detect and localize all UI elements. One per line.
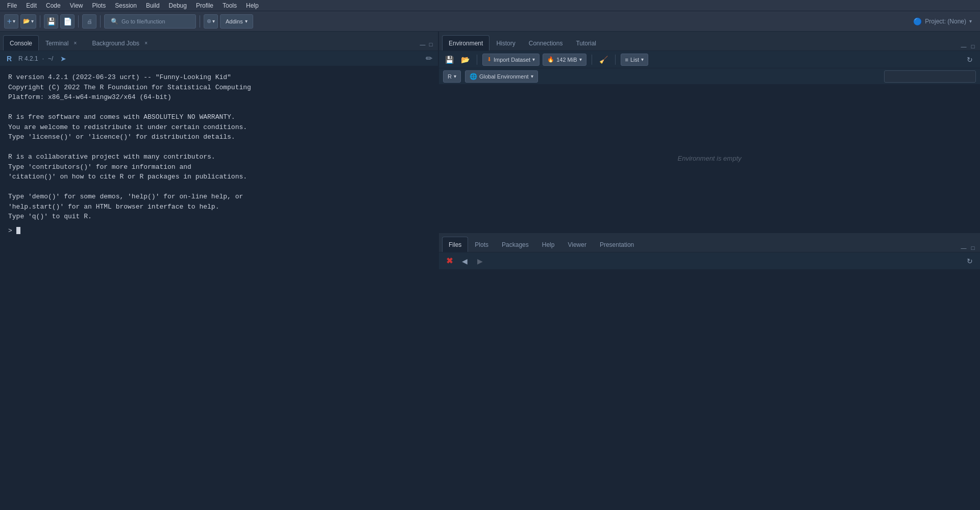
save-button[interactable]: 💾 bbox=[44, 14, 58, 29]
save-icon: 💾 bbox=[47, 17, 56, 26]
source-icon: ⊕ bbox=[207, 18, 211, 24]
menu-file[interactable]: File bbox=[3, 1, 21, 10]
main-layout: Console Terminal × Background Jobs × — □… bbox=[0, 32, 980, 510]
tab-history[interactable]: History bbox=[489, 35, 522, 50]
env-scope-bar: R ▾ 🌐 Global Environment ▾ bbox=[439, 68, 980, 85]
left-panel: Console Terminal × Background Jobs × — □… bbox=[0, 32, 439, 510]
files-forward-button[interactable]: ▶ bbox=[474, 255, 486, 267]
tab-viewer[interactable]: Viewer bbox=[561, 237, 593, 252]
tab-terminal[interactable]: Terminal × bbox=[39, 35, 85, 50]
tab-connections[interactable]: Connections bbox=[522, 35, 570, 50]
right-bottom-minimize[interactable]: — bbox=[960, 244, 968, 252]
menu-profile[interactable]: Profile bbox=[192, 1, 217, 10]
console-clear-button[interactable]: ✏ bbox=[424, 54, 434, 64]
memory-value: 142 MiB bbox=[556, 57, 577, 63]
left-panel-minimize[interactable]: — bbox=[419, 40, 427, 48]
menu-view[interactable]: View bbox=[66, 1, 87, 10]
tab-packages-label: Packages bbox=[502, 241, 529, 248]
r-language-dropdown[interactable]: R ▾ bbox=[443, 70, 461, 83]
tab-terminal-label: Terminal bbox=[45, 40, 68, 47]
goto-label: Go to file/function bbox=[121, 18, 165, 24]
r-version: R 4.2.1 bbox=[18, 55, 38, 62]
env-broom-button[interactable]: 🧹 bbox=[597, 54, 610, 66]
menubar: File Edit Code View Plots Session Build … bbox=[0, 0, 980, 11]
tab-environment-label: Environment bbox=[449, 40, 483, 47]
env-open-button[interactable]: 📂 bbox=[459, 54, 472, 66]
r-lang-dropdown-icon: ▾ bbox=[454, 73, 456, 79]
menu-plots[interactable]: Plots bbox=[88, 1, 110, 10]
menu-debug[interactable]: Debug bbox=[165, 1, 191, 10]
tab-plots[interactable]: Plots bbox=[468, 237, 495, 252]
tab-presentation-label: Presentation bbox=[600, 241, 634, 248]
console-nav-icon[interactable]: ➤ bbox=[57, 53, 69, 65]
env-refresh-button[interactable]: ↻ bbox=[964, 54, 976, 66]
memory-usage: 🔥 142 MiB ▾ bbox=[543, 54, 586, 66]
tab-presentation[interactable]: Presentation bbox=[593, 237, 641, 252]
tab-console[interactable]: Console bbox=[3, 35, 39, 50]
tab-tutorial[interactable]: Tutorial bbox=[569, 35, 603, 50]
env-save-button[interactable]: 💾 bbox=[443, 54, 456, 66]
addins-button[interactable]: Addins ▾ bbox=[220, 14, 253, 29]
save-all-button[interactable]: 📄 bbox=[60, 14, 75, 29]
env-empty-message: Environment is empty bbox=[439, 85, 980, 232]
tab-environment[interactable]: Environment bbox=[442, 35, 489, 50]
global-env-dropdown-icon: ▾ bbox=[531, 73, 533, 79]
project-name: Project: (None) bbox=[925, 18, 966, 25]
project-dropdown-icon: ▾ bbox=[969, 18, 972, 24]
menu-edit[interactable]: Edit bbox=[22, 1, 41, 10]
console-output[interactable]: R version 4.2.1 (2022-06-23 ucrt) -- "Fu… bbox=[0, 66, 438, 510]
tab-terminal-close[interactable]: × bbox=[71, 40, 79, 47]
right-panel: Environment History Connections Tutorial… bbox=[439, 32, 980, 510]
menu-session[interactable]: Session bbox=[111, 1, 141, 10]
print-button[interactable]: 🖨 bbox=[82, 14, 96, 29]
right-top-controls: — □ bbox=[960, 42, 977, 50]
console-startup-text: R version 4.2.1 (2022-06-23 ucrt) -- "Fu… bbox=[8, 72, 430, 222]
tab-background-jobs-close[interactable]: × bbox=[142, 40, 150, 47]
toolbar-sep-3 bbox=[100, 15, 101, 28]
left-panel-controls: — □ bbox=[419, 40, 435, 50]
list-icon: ≡ bbox=[625, 57, 628, 63]
tab-packages[interactable]: Packages bbox=[495, 237, 535, 252]
right-top-tab-bar: Environment History Connections Tutorial… bbox=[439, 32, 980, 51]
files-back-button[interactable]: ◀ bbox=[458, 255, 471, 267]
global-env-dropdown[interactable]: 🌐 Global Environment ▾ bbox=[465, 70, 538, 83]
right-top-minimize[interactable]: — bbox=[960, 42, 968, 50]
files-stop-button[interactable]: ✖ bbox=[443, 255, 455, 267]
tab-files[interactable]: Files bbox=[442, 237, 468, 252]
tab-background-jobs[interactable]: Background Jobs × bbox=[85, 35, 156, 50]
goto-file-button[interactable]: 🔍 Go to file/function bbox=[104, 14, 196, 29]
import-dataset-button[interactable]: ⬇ Import Dataset ▾ bbox=[482, 54, 540, 66]
left-panel-maximize[interactable]: □ bbox=[427, 40, 435, 48]
env-search-input[interactable] bbox=[884, 70, 976, 83]
toolbar: + ▾ 📂 ▾ 💾 📄 🖨 🔍 Go to file/function ⊕ ▾ … bbox=[0, 11, 980, 32]
tab-viewer-label: Viewer bbox=[568, 241, 586, 248]
console-prompt-line[interactable]: > bbox=[8, 226, 430, 236]
import-dropdown-icon: ▾ bbox=[532, 57, 535, 62]
env-toolbar: 💾 📂 ⬇ Import Dataset ▾ 🔥 142 MiB ▾ 🧹 ≡ bbox=[439, 51, 980, 68]
new-file-icon: + bbox=[7, 17, 12, 26]
menu-build[interactable]: Build bbox=[142, 1, 164, 10]
console-separator: · bbox=[42, 55, 44, 62]
menu-tools[interactable]: Tools bbox=[218, 1, 241, 10]
env-empty-text: Environment is empty bbox=[678, 155, 742, 162]
import-icon: ⬇ bbox=[487, 56, 492, 63]
right-top-maximize[interactable]: □ bbox=[969, 42, 977, 50]
console-toolbar: R R 4.2.1 · ~/ ➤ ✏ bbox=[0, 51, 438, 66]
menu-help[interactable]: Help bbox=[242, 1, 263, 10]
global-env-label: Global Environment bbox=[479, 73, 529, 80]
tab-history-label: History bbox=[496, 40, 515, 47]
files-refresh-button[interactable]: ↻ bbox=[964, 255, 976, 267]
env-toolbar-sep2 bbox=[592, 55, 592, 65]
r-path: ~/ bbox=[48, 55, 53, 62]
tab-help[interactable]: Help bbox=[535, 237, 561, 252]
right-bottom-tab-bar: Files Plots Packages Help Viewer Present… bbox=[439, 233, 980, 252]
new-file-button[interactable]: + ▾ bbox=[4, 14, 18, 29]
right-bottom-maximize[interactable]: □ bbox=[969, 244, 977, 252]
env-toolbar-sep3 bbox=[615, 55, 616, 65]
tab-help-label: Help bbox=[542, 241, 555, 248]
list-view-button[interactable]: ≡ List ▾ bbox=[621, 54, 649, 66]
project-icon: 🔵 bbox=[913, 17, 922, 26]
source-dropdown-button[interactable]: ⊕ ▾ bbox=[204, 14, 218, 29]
open-file-button[interactable]: 📂 ▾ bbox=[20, 14, 36, 29]
menu-code[interactable]: Code bbox=[42, 1, 65, 10]
